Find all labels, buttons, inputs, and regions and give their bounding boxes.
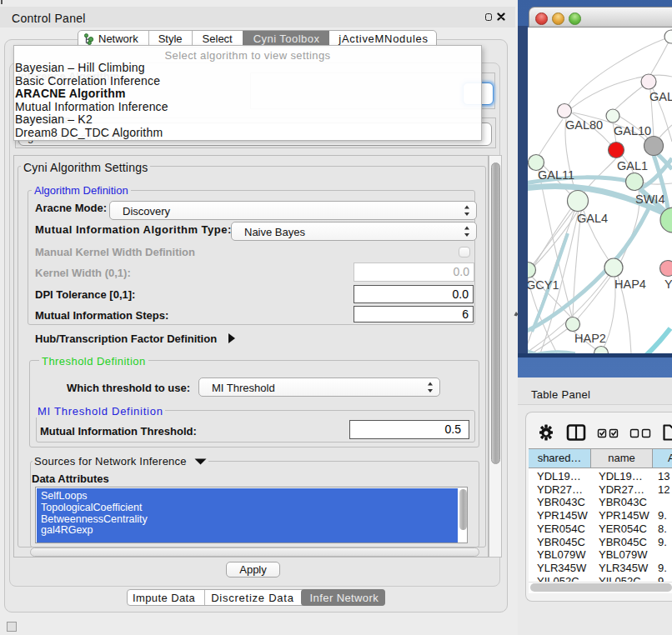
svg-text:GAL1: GAL1 bbox=[617, 159, 648, 172]
svg-text:Y: Y bbox=[664, 278, 672, 291]
svg-text:GAL: GAL bbox=[649, 90, 672, 103]
svg-text:GAL10: GAL10 bbox=[614, 124, 651, 138]
svg-text:GAL80: GAL80 bbox=[565, 118, 603, 132]
svg-text:GCY1: GCY1 bbox=[528, 278, 559, 292]
svg-text:SWI4: SWI4 bbox=[635, 192, 664, 206]
svg-text:HAP4: HAP4 bbox=[614, 278, 646, 291]
svg-text:GAL11: GAL11 bbox=[538, 168, 574, 182]
svg-text:HAP2: HAP2 bbox=[574, 332, 606, 345]
svg-text:GAL4: GAL4 bbox=[577, 212, 608, 225]
